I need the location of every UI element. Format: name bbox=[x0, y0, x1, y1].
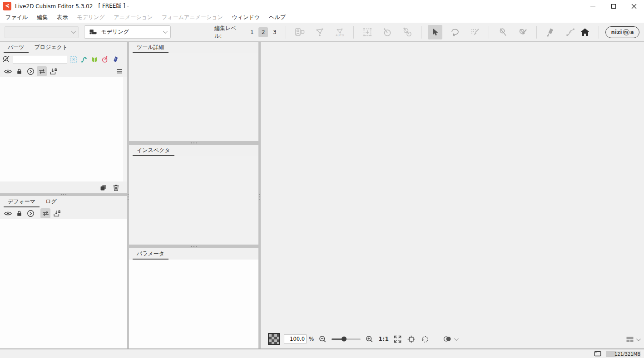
zoom-level-input[interactable] bbox=[284, 334, 307, 343]
lock-import-button[interactable] bbox=[52, 208, 62, 218]
nizima-button[interactable]: nizima bbox=[605, 26, 639, 38]
parts-list[interactable] bbox=[0, 77, 127, 181]
edit-level-3-button[interactable]: 3 bbox=[270, 27, 279, 37]
visibility-toggle-button[interactable] bbox=[3, 208, 13, 218]
tab-inspector[interactable]: インスペクタ bbox=[133, 145, 174, 156]
search-filter-icon[interactable] bbox=[2, 55, 10, 64]
maximize-button[interactable] bbox=[603, 0, 624, 12]
deformer-list[interactable] bbox=[0, 219, 127, 348]
menu-form-animation[interactable]: フォームアニメーション bbox=[157, 12, 228, 23]
actual-size-button[interactable]: 1:1 bbox=[378, 336, 389, 342]
menu-window[interactable]: ウィンドウ bbox=[228, 12, 264, 23]
expand-all-button[interactable] bbox=[25, 208, 35, 218]
menu-view[interactable]: 表示 bbox=[52, 12, 72, 23]
mesh-edit-button[interactable] bbox=[312, 25, 327, 39]
pen-filter-icon[interactable] bbox=[111, 55, 119, 64]
window-title-suffix: [ FREE版 ] - bbox=[98, 2, 129, 10]
window-title: Live2D Cubism Editor 5.3.02 bbox=[15, 3, 93, 10]
close-button[interactable] bbox=[624, 0, 644, 12]
edit-level-group: 編集レベル: 1 2 3 bbox=[214, 25, 279, 40]
parameter-body bbox=[129, 260, 258, 348]
brush-selection-button[interactable] bbox=[468, 25, 482, 39]
tab-tool-detail[interactable]: ツール詳細 bbox=[133, 42, 168, 53]
expand-circle-icon bbox=[26, 209, 35, 218]
import-lock-icon bbox=[49, 67, 58, 76]
fit-view-button[interactable] bbox=[393, 334, 402, 344]
tab-parts[interactable]: パーツ bbox=[4, 42, 29, 53]
menu-help[interactable]: ヘルプ bbox=[264, 12, 290, 23]
sync-selection-button[interactable] bbox=[40, 208, 50, 218]
lock-toggle-button[interactable] bbox=[14, 66, 24, 76]
warp-deformer-button[interactable] bbox=[360, 25, 375, 39]
rotation-deformer-button[interactable] bbox=[380, 25, 395, 39]
expand-all-button[interactable] bbox=[25, 66, 35, 76]
parts-panel: パーツ プロジェクト bbox=[0, 42, 127, 193]
deformer-iconrow bbox=[0, 207, 127, 219]
window-controls bbox=[583, 0, 644, 12]
parameter-tabbar: パラメータ bbox=[129, 248, 258, 260]
rotation-deformer-filter-icon[interactable] bbox=[101, 55, 109, 64]
left-horizontal-splitter[interactable] bbox=[0, 193, 127, 196]
reset-rotation-button[interactable] bbox=[420, 334, 430, 344]
background-color-swatch[interactable] bbox=[268, 333, 280, 345]
home-button[interactable] bbox=[578, 25, 592, 39]
inspector-tabbar: インスペクタ bbox=[129, 145, 258, 156]
zoom-out-button[interactable] bbox=[318, 334, 327, 344]
menu-bar: ファイル 編集 表示 モデリング アニメーション フォームアニメーション ウィン… bbox=[0, 12, 644, 23]
parts-search-input[interactable] bbox=[13, 55, 67, 64]
menu-animation[interactable]: アニメーション bbox=[109, 12, 158, 23]
arrow-tool-button[interactable] bbox=[428, 25, 442, 39]
tab-project[interactable]: プロジェクト bbox=[30, 42, 72, 53]
glue-pen-button[interactable] bbox=[543, 25, 558, 39]
minimize-icon bbox=[590, 6, 595, 6]
pin-tool-group bbox=[495, 25, 530, 39]
sync-selection-button[interactable] bbox=[37, 66, 47, 76]
lasso-tool-button[interactable] bbox=[448, 25, 462, 39]
art-mesh-filter-icon[interactable] bbox=[90, 55, 99, 64]
pin-brush-button[interactable] bbox=[515, 25, 530, 39]
minimize-button[interactable] bbox=[583, 0, 603, 12]
edit-level-1-button[interactable]: 1 bbox=[247, 27, 257, 37]
texture-atlas-button[interactable] bbox=[292, 25, 307, 39]
toolbar-right-group: nizima bbox=[578, 25, 639, 39]
zoom-in-button[interactable] bbox=[365, 334, 374, 344]
tool-detail-tabbar: ツール詳細 bbox=[129, 42, 258, 53]
mid-splitter-1[interactable] bbox=[129, 141, 258, 145]
visibility-toggle-button[interactable] bbox=[3, 66, 13, 76]
parts-scrollbar[interactable] bbox=[123, 77, 127, 181]
new-folder-button[interactable] bbox=[98, 182, 108, 192]
curve-tool-button[interactable] bbox=[563, 25, 578, 39]
lock-toggle-button[interactable] bbox=[14, 208, 24, 218]
parts-menu-button[interactable] bbox=[114, 66, 124, 76]
tab-parameter[interactable]: パラメータ bbox=[133, 249, 168, 260]
mesh-auto-button[interactable]: AUTO bbox=[332, 25, 347, 39]
rotation-deformer-create-button[interactable] bbox=[400, 25, 415, 39]
menu-file[interactable]: ファイル bbox=[1, 12, 32, 23]
window-monitor-icon[interactable] bbox=[594, 350, 602, 358]
mid-splitter-2[interactable] bbox=[129, 245, 258, 248]
menu-edit[interactable]: 編集 bbox=[32, 12, 52, 23]
tab-deformer[interactable]: デフォーマ bbox=[4, 196, 40, 207]
view-layout-button[interactable] bbox=[625, 335, 639, 344]
tab-log[interactable]: ログ bbox=[41, 196, 61, 207]
menu-modeling[interactable]: モデリング bbox=[72, 12, 109, 23]
overlap-circles-icon bbox=[442, 333, 453, 344]
lock-import-button[interactable] bbox=[48, 66, 58, 76]
zoom-slider-knob[interactable] bbox=[342, 337, 347, 342]
mode-dropdown[interactable]: モデリング bbox=[84, 25, 171, 39]
zoom-slider[interactable] bbox=[332, 338, 361, 340]
edit-level-2-button[interactable]: 2 bbox=[258, 27, 268, 37]
eye-icon bbox=[4, 67, 12, 76]
title-bar: Live2D Cubism Editor 5.3.02 [ FREE版 ] - bbox=[0, 0, 644, 12]
inspector-body bbox=[129, 156, 258, 245]
delete-button[interactable] bbox=[111, 182, 121, 192]
canvas-viewport[interactable]: % 1:1 bbox=[261, 42, 644, 348]
canvas-toolbar: % 1:1 bbox=[268, 333, 457, 345]
rotation-path-filter-icon[interactable] bbox=[80, 55, 88, 64]
workspace-dropdown[interactable] bbox=[5, 26, 79, 38]
pin-tool-button[interactable] bbox=[495, 25, 510, 39]
canvas-fit-button[interactable] bbox=[406, 334, 416, 344]
warp-deformer-filter-icon[interactable] bbox=[69, 55, 78, 64]
onion-skin-button[interactable] bbox=[442, 333, 457, 344]
selection-tool-group bbox=[428, 25, 482, 39]
